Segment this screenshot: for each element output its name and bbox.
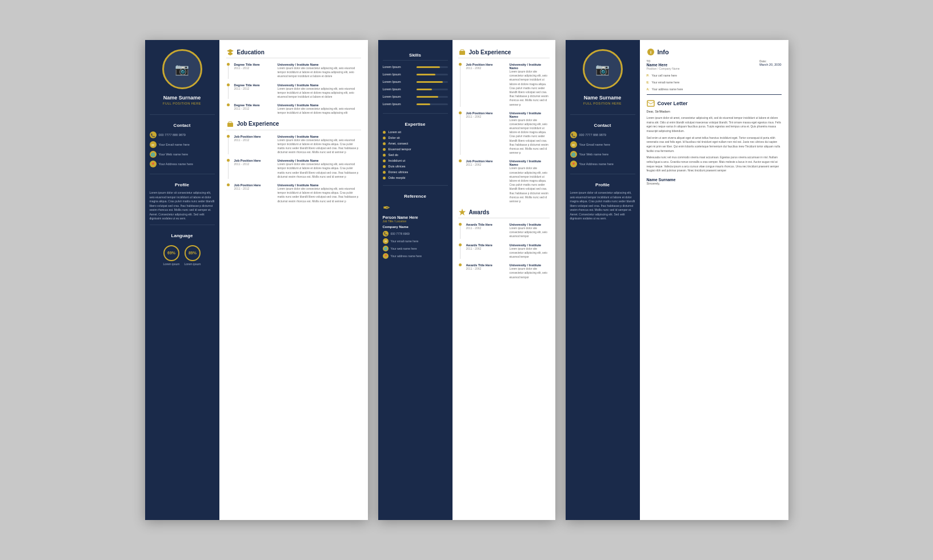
job-left-2: Job Position Here 2011 - 2012 — [234, 159, 274, 179]
awards-title-2: Awards — [469, 209, 490, 215]
edu-year-2: 2011 - 2012 — [234, 87, 274, 90]
awards-icon-2 — [458, 208, 466, 216]
job-icon-1 — [226, 120, 234, 128]
expertise-title-2: Expertise — [383, 122, 448, 127]
camera-icon-1: 📷 — [175, 62, 189, 76]
email-item-1: ✉ Your Email name here — [150, 141, 215, 148]
job2-school-2: Univeresity / Institute Namo — [510, 111, 550, 118]
feather-icon: ✒ — [383, 202, 390, 213]
cover-salutation-3: Dear, Sir/Madam — [647, 110, 782, 113]
ref-email-icon: ✉ — [383, 238, 389, 244]
ref-address-text: Your address name here — [391, 254, 422, 258]
lang-title-1: Language — [150, 233, 215, 238]
job2-right-1: Univeresity / Institute Namo Lorem ipsum… — [510, 63, 550, 107]
sidebar-1: 📷 Name Surname FULL POSITION HERE Contac… — [145, 40, 219, 520]
edu-item-2: Degree Title Here 2011 - 2012 Univeresit… — [226, 83, 361, 99]
phone-icon-3: 📞 — [570, 131, 577, 138]
svg-marker-4 — [459, 209, 466, 215]
job-dot-line-2 — [226, 159, 231, 179]
contact-title-1: Contact — [150, 123, 215, 128]
info-header-3: i Info — [647, 48, 782, 56]
j2d3 — [459, 159, 462, 162]
job-connector-2 — [228, 162, 229, 179]
ref-email-row: ✉ Your email name here — [383, 238, 448, 244]
job2-dot-3 — [458, 159, 463, 203]
edu-item-1: Degree Title Here 2011 - 2012 Univeresit… — [226, 63, 361, 79]
divider-3a — [570, 114, 635, 115]
email-item-3: ✉ Your Email name here — [570, 141, 635, 148]
job-header-2: Job Experience — [458, 48, 550, 58]
connector-2a — [228, 86, 229, 99]
exp-text-1: Lorem sit — [389, 130, 402, 134]
job-left-1: Job Position Here 2011 - 2012 — [234, 135, 274, 155]
job-year-3: 2011 - 2012 — [234, 187, 274, 190]
edu-left-3: Degree Title Here 2011 - 2012 — [234, 103, 274, 115]
camera-icon-3: 📷 — [595, 62, 610, 76]
contact-title-3: Contact — [570, 123, 635, 128]
award-item-1: Awards Title Here 2011 - 2062 Univeresit… — [458, 223, 550, 239]
award-left-2: Awards Title Here 2011 - 2062 — [466, 243, 506, 259]
skill-name-1: Lorem Ipsum — [383, 65, 401, 69]
exp-item-7: Duis ultrices — [383, 165, 448, 168]
address-text-3: Your Address name here — [579, 162, 614, 166]
job2-desc-1: Lorem ipsum dolor site consectetur adipi… — [510, 70, 550, 107]
divider-3c — [647, 94, 782, 95]
divider-2b — [383, 185, 448, 186]
education-icon-1 — [226, 48, 234, 56]
exp-dot-2 — [383, 137, 386, 139]
svg-rect-1 — [229, 122, 232, 123]
job2-left-2: Job Position Here 2011 - 2062 — [466, 111, 506, 155]
skill-row-3: Lorem Ipsum — [383, 80, 448, 83]
skills-title-2: Skills — [383, 53, 448, 61]
exp-dot-6 — [383, 159, 386, 162]
skill-bar-bg-3 — [417, 81, 448, 83]
skill-row-2: Lorem Ipsum — [383, 73, 448, 76]
job-left-3: Job Position Here 2011 - 2012 — [234, 183, 274, 203]
job2-desc-2: Lorem ipsum dolor site consectetur adipi… — [510, 118, 550, 155]
web-icon-3: 🌐 — [570, 151, 577, 158]
skill-name-6: Lorem Ipsum — [383, 102, 401, 106]
sidebar-position-3: FULL POSITION HERE — [583, 102, 622, 105]
job-year-2: 2011 - 2012 — [234, 162, 274, 166]
job2-left-1: Job Position Here 2011 - 2062 — [466, 63, 506, 107]
phone-text-3: 000 7777 888 9879 — [579, 133, 606, 137]
ref-address-icon: 📍 — [383, 253, 389, 259]
skill-row-6: Lorem Ipsum — [383, 102, 448, 106]
skill-row-1: Lorem Ipsum — [383, 65, 448, 69]
address-icon-1: 📍 — [150, 161, 157, 167]
edu-desc-2: Lorem ipsum dolor site consectetur adipi… — [278, 87, 361, 99]
divider-1c — [150, 225, 215, 225]
avatar-3: 📷 — [583, 49, 623, 89]
education-header-1: Education — [226, 48, 361, 58]
exp-text-8: Donec ultrices — [389, 170, 409, 174]
exp-text-2: Dolor sit — [389, 136, 400, 139]
job-icon-2 — [458, 48, 466, 56]
skill-bar-fill-2 — [417, 74, 435, 75]
job-connector-1 — [228, 138, 229, 155]
job-desc-1: Lorem ipsum dolor site consectetur adipi… — [278, 138, 361, 155]
ref-web-icon: 🌐 — [383, 246, 389, 251]
job2-school-1: Univeresity / Institute Namo — [510, 63, 550, 70]
skill-bar-fill-5 — [417, 96, 439, 98]
award-year-3: 2011 - 2062 — [466, 267, 506, 270]
exp-dot-7 — [383, 165, 386, 168]
web-item-1: 🌐 Your Web name here — [150, 151, 215, 158]
info-e-label: E: — [647, 81, 650, 84]
skill-name-4: Lorem Ipsum — [383, 87, 401, 91]
web-item-3: 🌐 Your Web name here — [570, 151, 635, 158]
skill-row-5: Lorem Ipsum — [383, 95, 448, 98]
address-icon-3: 📍 — [570, 161, 577, 167]
edu-item-3: Degree Title Here 2011 - 2012 Univeresit… — [226, 103, 361, 115]
award-year-2: 2011 - 2062 — [466, 247, 506, 250]
exp-text-4: Eiusmod tempor — [389, 147, 411, 151]
cover-body-2-3: Sed enim ut sem viverra aliquet eget sit… — [647, 136, 782, 154]
ref-name-2: Person Name Here — [383, 215, 448, 219]
phone-text-1: 000 7777 888 9879 — [159, 133, 186, 137]
education-title-1: Education — [237, 49, 265, 55]
divider-3b — [570, 174, 635, 174]
job2-dot-1 — [458, 63, 463, 107]
email-text-1: Your Email name here — [159, 143, 190, 146]
lang-circle-1a: 69% — [163, 245, 179, 261]
info-date-3: March 20, 2030 — [759, 63, 781, 66]
connector-1a — [228, 66, 229, 79]
